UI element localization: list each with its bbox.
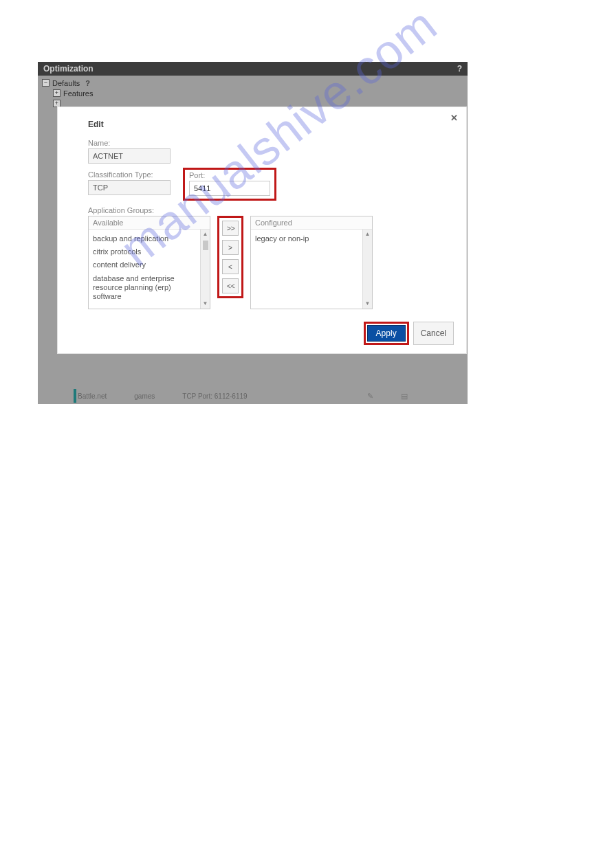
move-buttons-highlight: >> > < << — [217, 216, 243, 298]
application-groups-row: Available backup and replication citrix … — [88, 216, 436, 309]
tree-panel: − Defaults ? + Features + − — [38, 76, 468, 109]
apply-button[interactable]: Apply — [367, 325, 406, 342]
expand-icon[interactable]: + — [53, 89, 61, 97]
close-icon[interactable]: ✕ — [450, 113, 458, 123]
dialog-title: Edit — [88, 120, 436, 129]
configured-header: Configured — [251, 216, 372, 230]
move-right-button[interactable]: > — [222, 240, 239, 255]
move-left-button[interactable]: < — [222, 259, 239, 274]
dialog-footer: Apply Cancel — [364, 322, 454, 345]
name-label: Name: — [88, 139, 436, 147]
move-all-left-button[interactable]: << — [222, 278, 239, 293]
scroll-up-icon[interactable]: ▲ — [203, 231, 208, 238]
port-highlight: Port: — [183, 168, 276, 201]
window-titlebar: Optimization ? — [38, 62, 468, 76]
port-label: Port: — [189, 171, 270, 179]
application-groups-label: Application Groups: — [88, 206, 436, 214]
list-item[interactable]: database and enterprise resource plannin… — [93, 272, 196, 304]
list-item[interactable]: content delivery — [93, 258, 196, 271]
scroll-down-icon[interactable]: ▼ — [365, 300, 371, 307]
scroll-thumb[interactable] — [203, 241, 208, 250]
row-accent — [74, 389, 76, 403]
classification-label: Classification Type: — [88, 170, 171, 179]
available-list[interactable]: backup and replication citrix protocols … — [89, 230, 200, 309]
bg-col-port: TCP Port: 6112-6119 — [182, 392, 247, 400]
background-table-row: Battle.net games TCP Port: 6112-6119 ✎ ▤ — [78, 390, 408, 401]
tree-label: Features — [63, 89, 93, 98]
list-icon[interactable]: ▤ — [401, 392, 408, 401]
list-item[interactable]: legacy or non-ip — [255, 232, 358, 245]
cancel-button[interactable]: Cancel — [413, 322, 454, 345]
tree-node-defaults[interactable]: − Defaults ? — [42, 78, 463, 88]
name-field — [88, 148, 171, 164]
edit-dialog: ✕ Edit Name: Classification Type: Port: — [57, 107, 467, 354]
help-icon[interactable]: ? — [83, 79, 90, 87]
content-background: ✕ Edit Name: Classification Type: Port: — [38, 109, 468, 404]
tree-node-features[interactable]: + Features — [53, 88, 463, 98]
configured-scrollbar[interactable]: ▲ ▼ — [362, 230, 372, 309]
help-icon[interactable]: ? — [457, 62, 462, 76]
tree-label: Defaults — [52, 79, 80, 87]
configured-list[interactable]: legacy or non-ip — [251, 230, 362, 309]
window-title: Optimization — [43, 62, 94, 76]
configured-panel: Configured legacy or non-ip ▲ ▼ — [250, 216, 373, 309]
pencil-icon[interactable]: ✎ — [367, 392, 373, 401]
available-scrollbar[interactable]: ▲ ▼ — [200, 230, 210, 309]
available-panel: Available backup and replication citrix … — [88, 216, 210, 309]
scroll-up-icon[interactable]: ▲ — [365, 231, 371, 238]
bg-col-group: games — [134, 392, 155, 400]
list-item[interactable]: backup and replication — [93, 232, 196, 245]
bg-col-name: Battle.net — [78, 392, 107, 400]
scroll-down-icon[interactable]: ▼ — [203, 300, 208, 307]
port-field[interactable] — [189, 181, 270, 196]
collapse-icon[interactable]: − — [42, 79, 50, 87]
apply-highlight: Apply — [364, 322, 409, 345]
list-item[interactable]: citrix protocols — [93, 245, 196, 258]
app-window: Optimization ? − Defaults ? + Features +… — [38, 62, 468, 353]
move-all-right-button[interactable]: >> — [222, 221, 239, 236]
available-header: Available — [89, 216, 210, 230]
classification-field — [88, 180, 171, 195]
